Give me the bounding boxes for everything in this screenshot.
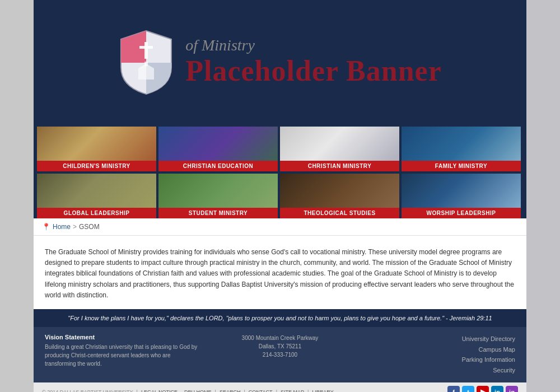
copyright-text: © 2014 DALLAS BAPTIST UNIVERSITY: [42, 389, 133, 392]
footer-links-col: University DirectoryCampus MapParking In…: [362, 334, 515, 376]
banner-text-area: of Ministry Placeholder Banner: [185, 36, 442, 87]
address-phone: 214-333-7100: [203, 351, 356, 359]
footer-address-col: 3000 Mountain Creek Parkway Dallas, TX 7…: [203, 334, 356, 376]
ministry-label-student-ministry: STUDENT MINISTRY: [158, 208, 278, 218]
svg-rect-3: [139, 46, 153, 49]
youtube-icon[interactable]: ▶: [477, 386, 489, 392]
address-line2: Dallas, TX 75211: [203, 342, 356, 351]
page-wrapper: of Ministry Placeholder Banner CHILDREN'…: [34, 0, 526, 392]
ministry-item-global-leadership[interactable]: GLOBAL LEADERSHIP: [37, 174, 156, 218]
footer-link-campus-map[interactable]: Campus Map: [362, 344, 515, 355]
ministry-label-worship-leadership: WORSHIP LEADERSHIP: [402, 208, 521, 218]
footer-vision-col: Vision Statement Building a great Christ…: [45, 334, 198, 376]
banner-inner: of Ministry Placeholder Banner: [34, 0, 526, 123]
vision-title: Vision Statement: [45, 334, 198, 340]
ministry-label-christian-education: CHRISTIAN EDUCATION: [158, 161, 278, 171]
address-line1: 3000 Mountain Creek Parkway: [203, 334, 356, 342]
nav-separator: |: [215, 389, 216, 392]
ministry-label-global-leadership: GLOBAL LEADERSHIP: [37, 208, 156, 218]
footer-quote: "For I know the plans I have for you," d…: [34, 309, 526, 327]
svg-rect-6: [144, 62, 148, 66]
footer-link-security[interactable]: Security: [362, 365, 515, 376]
svg-rect-4: [138, 68, 154, 80]
shield-icon: [118, 28, 174, 95]
ministry-label-christian-ministry: CHRISTIAN MINISTRY: [280, 161, 399, 171]
ministry-item-theological-studies[interactable]: THEOLOGICAL STUDIES: [280, 174, 399, 218]
footer-nav-contact[interactable]: CONTACT: [249, 389, 273, 392]
footer-link-university-directory[interactable]: University Directory: [362, 334, 515, 344]
footer-bottom: © 2014 DALLAS BAPTIST UNIVERSITY | LEGAL…: [34, 382, 526, 392]
breadcrumb-current: GSOM: [79, 223, 100, 231]
breadcrumb-separator: >: [73, 223, 77, 231]
svg-rect-2: [144, 42, 148, 59]
nav-separator: |: [307, 389, 309, 392]
ministry-label-theological-studies: THEOLOGICAL STUDIES: [280, 208, 399, 218]
breadcrumb: 📍 Home > GSOM: [34, 218, 526, 236]
breadcrumb-home[interactable]: Home: [53, 223, 71, 231]
main-content: The Graduate School of Ministry provides…: [34, 236, 526, 309]
linkedin-icon[interactable]: in: [491, 386, 503, 392]
social-icons: f t ▶ in ig: [447, 386, 518, 392]
footer-link-parking-information[interactable]: Parking Information: [362, 354, 515, 365]
footer-separator: |: [137, 389, 138, 392]
footer-nav-search[interactable]: SEARCH: [220, 389, 241, 392]
legal-notice-link[interactable]: LEGAL NOTICE: [141, 389, 178, 392]
facebook-icon[interactable]: f: [447, 386, 460, 392]
footer-nav-dbu-home[interactable]: DBU HOME: [184, 389, 212, 392]
ministry-label-family-ministry: FAMILY MINISTRY: [402, 161, 521, 171]
ministry-label-childrens-ministry: CHILDREN'S MINISTRY: [37, 161, 156, 171]
footer-bottom-links: © 2014 DALLAS BAPTIST UNIVERSITY | LEGAL…: [42, 389, 334, 392]
main-description: The Graduate School of Ministry provides…: [45, 247, 515, 301]
ministry-item-family-ministry[interactable]: FAMILY MINISTRY: [402, 127, 521, 171]
footer-nav-library[interactable]: LIBRARY: [312, 389, 333, 392]
ministry-item-worship-leadership[interactable]: WORSHIP LEADERSHIP: [402, 174, 521, 218]
footer-info: Vision Statement Building a great Christ…: [34, 327, 526, 382]
ministry-item-christian-education[interactable]: CHRISTIAN EDUCATION: [158, 127, 278, 171]
ministry-grid: CHILDREN'S MINISTRY CHRISTIAN EDUCATION …: [34, 123, 526, 218]
vision-text: Building a great Christian university th…: [45, 343, 198, 368]
ministry-item-student-ministry[interactable]: STUDENT MINISTRY: [158, 174, 278, 218]
nav-separator: |: [244, 389, 245, 392]
instagram-icon[interactable]: ig: [506, 386, 518, 392]
banner: of Ministry Placeholder Banner: [34, 0, 526, 123]
ministry-item-christian-ministry[interactable]: CHRISTIAN MINISTRY: [280, 127, 399, 171]
ministry-item-childrens-ministry[interactable]: CHILDREN'S MINISTRY: [37, 127, 156, 171]
nav-separator: |: [276, 389, 277, 392]
banner-title: Placeholder Banner: [185, 54, 442, 87]
footer-nav-site-map[interactable]: SITE MAP: [281, 389, 304, 392]
location-icon: 📍: [42, 223, 50, 231]
twitter-icon[interactable]: t: [462, 386, 474, 392]
banner-subtitle: of Ministry: [185, 36, 255, 54]
